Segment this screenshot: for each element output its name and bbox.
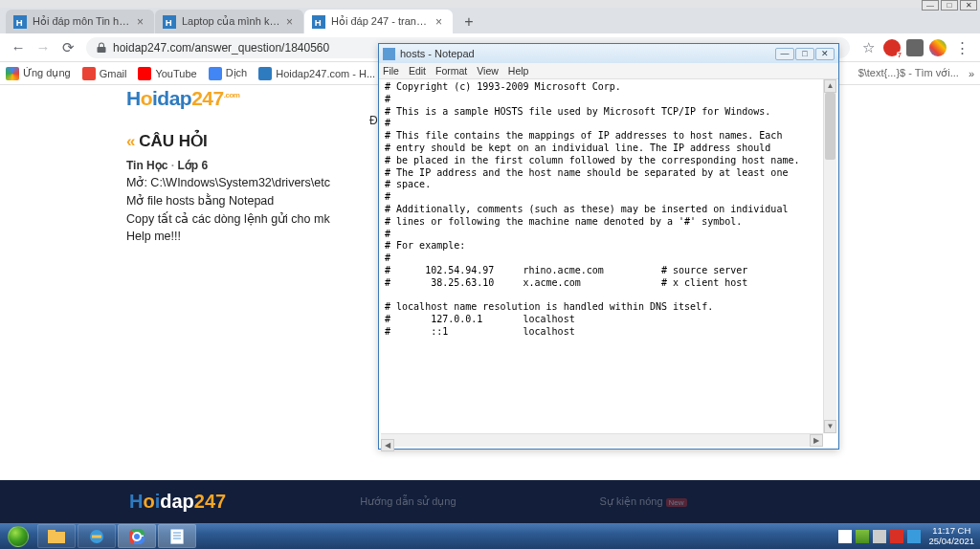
close-button[interactable]: ✕: [815, 48, 835, 60]
menu-file[interactable]: File: [383, 65, 399, 77]
menu-view[interactable]: View: [477, 65, 499, 77]
window-controls: — □ ✕: [922, 0, 977, 11]
notepad-app-icon: [170, 529, 184, 544]
menu-button[interactable]: ⋮: [951, 37, 972, 58]
forward-button[interactable]: →: [33, 37, 54, 58]
site-favicon-icon: H: [163, 15, 176, 29]
tab-title: Laptop của mình khi bật lên khô: [182, 15, 282, 28]
tab-close-icon[interactable]: ×: [286, 17, 296, 27]
bookmark-item[interactable]: Gmail: [82, 67, 127, 80]
page-footer: Hoidap247 Hướng dẫn sử dụng Sự kiện nóng…: [0, 480, 980, 523]
menu-edit[interactable]: Edit: [409, 65, 426, 77]
notepad-window[interactable]: hosts - Notepad — □ ✕ File Edit Format V…: [378, 43, 839, 450]
youtube-icon: [138, 67, 151, 80]
maximize-button[interactable]: □: [941, 0, 958, 11]
minimize-button[interactable]: —: [775, 48, 794, 60]
footer-link[interactable]: Hướng dẫn sử dụng: [360, 495, 456, 508]
bookmark-label: Hoidap247.com - H...: [276, 68, 375, 79]
taskbar-explorer[interactable]: [37, 524, 76, 548]
vertical-scrollbar[interactable]: ▲ ▼: [823, 79, 836, 433]
system-tray: 11:17 CH 25/04/2021: [838, 526, 980, 547]
taskbar-clock[interactable]: 11:17 CH 25/04/2021: [928, 526, 974, 547]
window-titlebar: — □ ✕: [0, 0, 980, 8]
tab-close-icon[interactable]: ×: [137, 17, 146, 27]
subject-label[interactable]: Tin Học: [126, 159, 167, 172]
notepad-menubar: File Edit Format View Help: [379, 63, 838, 79]
reload-button[interactable]: ⟳: [57, 37, 78, 58]
apps-icon: [6, 67, 19, 80]
svg-text:H: H: [166, 16, 172, 27]
menu-help[interactable]: Help: [508, 65, 529, 77]
heading-text: CÂU HỎI: [139, 132, 208, 150]
chrome-icon: [129, 529, 145, 544]
folder-icon: [48, 530, 65, 543]
class-label[interactable]: Lớp 6: [177, 159, 208, 172]
bookmark-item[interactable]: YouTube: [138, 67, 196, 80]
tab-title: Hỏi đáp 247 - trang tra lời: [331, 15, 432, 28]
truncated-text: Đ: [369, 114, 378, 127]
svg-point-13: [134, 534, 140, 539]
site-icon: [258, 67, 272, 80]
taskbar: 11:17 CH 25/04/2021: [0, 523, 980, 549]
browser-tab[interactable]: H Hỏi đáp môn Tin học, giải bài tậ ×: [6, 10, 154, 33]
svg-text:H: H: [315, 16, 322, 27]
back-button[interactable]: ←: [8, 37, 29, 58]
scroll-right-icon[interactable]: ▶: [810, 434, 823, 447]
windows-orb-icon: [8, 526, 29, 547]
notepad-window-controls: — □ ✕: [775, 48, 835, 60]
notepad-title: hosts - Notepad: [400, 48, 475, 59]
scroll-up-icon[interactable]: ▲: [824, 79, 836, 93]
favorite-button[interactable]: ☆: [858, 37, 879, 58]
bookmark-label: YouTube: [155, 68, 196, 79]
clock-date: 25/04/2021: [928, 537, 974, 547]
minimize-button[interactable]: —: [922, 0, 939, 11]
search-hint[interactable]: $\text{...}$ - Tìm với...: [858, 67, 959, 79]
tab-strip: H Hỏi đáp môn Tin học, giải bài tậ × H L…: [0, 8, 980, 33]
new-badge: New: [666, 498, 687, 507]
svg-rect-7: [48, 530, 56, 534]
taskbar-notepad[interactable]: [158, 524, 196, 548]
tray-network-icon[interactable]: [856, 530, 869, 543]
extension-icon[interactable]: 7: [883, 39, 901, 56]
bookmark-label: Gmail: [100, 68, 127, 79]
ie-icon: [89, 529, 104, 544]
svg-rect-14: [170, 529, 184, 544]
close-button[interactable]: ✕: [960, 0, 977, 11]
new-tab-button[interactable]: +: [457, 11, 480, 33]
bookmark-item[interactable]: Hoidap247.com - H...: [258, 67, 375, 80]
extension-icon[interactable]: [929, 39, 947, 56]
notepad-text-area[interactable]: # Copyright (c) 1993-2009 Microsoft Corp…: [381, 79, 836, 433]
scroll-down-icon[interactable]: ▼: [824, 420, 836, 433]
chevron-left-icon: «: [126, 132, 132, 150]
tab-close-icon[interactable]: ×: [435, 17, 445, 27]
maximize-button[interactable]: □: [795, 48, 814, 60]
logo-subscript: .com: [224, 91, 240, 99]
scroll-left-icon[interactable]: ◀: [381, 439, 394, 451]
bookmark-label: Dịch: [226, 67, 248, 79]
footer-link[interactable]: Sự kiện nóngNew: [600, 495, 687, 508]
taskbar-chrome[interactable]: [118, 524, 156, 548]
horizontal-scrollbar[interactable]: ◀ ▶: [381, 433, 823, 447]
svg-text:H: H: [16, 16, 23, 27]
taskbar-ie[interactable]: [78, 524, 116, 548]
tray-shield-icon[interactable]: [890, 530, 903, 543]
tray-flag-icon[interactable]: [838, 530, 852, 543]
tray-app-icon[interactable]: [907, 530, 921, 543]
footer-logo[interactable]: Hoidap247: [129, 491, 226, 513]
browser-tab-active[interactable]: H Hỏi đáp 247 - trang tra lời ×: [304, 10, 453, 33]
clock-time: 11:17 CH: [928, 526, 974, 537]
scroll-thumb[interactable]: [825, 93, 835, 160]
gmail-icon: [82, 67, 96, 80]
apps-button[interactable]: Ứng dụng: [6, 67, 71, 80]
bookmark-item[interactable]: Dịch: [209, 67, 248, 80]
extension-icon[interactable]: [906, 39, 924, 56]
start-button[interactable]: [0, 523, 36, 549]
lock-icon: [96, 42, 107, 54]
tray-volume-icon[interactable]: [873, 530, 886, 543]
browser-tab[interactable]: H Laptop của mình khi bật lên khô ×: [155, 10, 303, 33]
menu-format[interactable]: Format: [435, 65, 467, 77]
bookmarks-overflow[interactable]: »: [969, 68, 974, 79]
notepad-icon: [383, 48, 395, 60]
site-favicon-icon: H: [312, 15, 325, 29]
notepad-titlebar[interactable]: hosts - Notepad — □ ✕: [379, 44, 838, 63]
